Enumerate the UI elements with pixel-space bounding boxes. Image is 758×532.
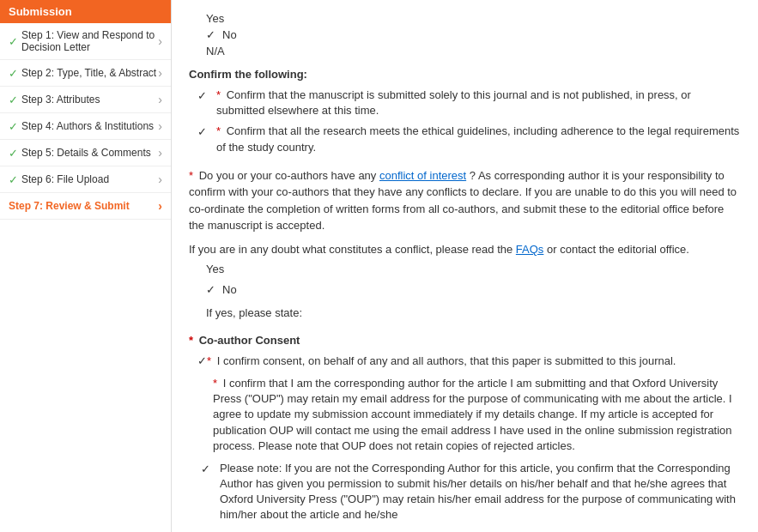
coauthor-consent-text: * I confirm consent, on behalf of any an… <box>207 354 676 369</box>
yes-label-1: Yes <box>206 12 224 25</box>
main-content: Yes ✓ No N/A Confirm the following: ✓ * … <box>172 0 758 532</box>
confirm-check-1: ✓ <box>197 88 209 104</box>
sidebar-item-label-step6: Step 6: File Upload <box>21 173 158 185</box>
check-mark-no1: ✓ <box>206 28 215 41</box>
sidebar-header: Submission <box>0 0 171 23</box>
yes-label-2: Yes <box>206 261 224 278</box>
yes-option-1[interactable]: Yes <box>206 12 741 25</box>
sub-consent-1: * I confirm that I am the corresponding … <box>213 376 741 454</box>
no-label-1: No <box>222 28 237 41</box>
conflict-note: If you are in any doubt what constitutes… <box>189 241 741 258</box>
sidebar-item-label-step2: Step 2: Type, Title, & Abstract <box>21 67 158 79</box>
check-icon-step1: ✓ <box>9 35 18 48</box>
arrow-icon-step1: › <box>158 34 162 48</box>
confirm-text-2: * Confirm that all the research meets th… <box>216 124 741 154</box>
coauthor-heading: * Co-author Consent <box>189 334 741 347</box>
no-option-1[interactable]: ✓ No <box>206 28 741 41</box>
confirm-section: Confirm the following: ✓ * Confirm that … <box>189 68 741 155</box>
required-star-sub1: * <box>213 377 217 390</box>
coauthor-section: * Co-author Consent ✓ * I confirm consen… <box>189 334 741 523</box>
arrow-icon-step2: › <box>158 66 162 80</box>
sidebar-item-label-step5: Step 5: Details & Comments <box>21 147 158 159</box>
sidebar: Submission ✓ Step 1: View and Respond to… <box>0 0 172 532</box>
required-star-conflict: * <box>189 169 193 182</box>
conflict-section: * Do you or your co-authors have any con… <box>189 167 741 322</box>
faqs-link[interactable]: FAQs <box>516 243 544 256</box>
coauthor-consent-check: ✓ <box>197 354 207 369</box>
na-option-1[interactable]: N/A <box>206 45 741 57</box>
sidebar-item-label-step7: Step 7: Review & Submit <box>9 200 158 212</box>
sidebar-item-step1[interactable]: ✓ Step 1: View and Respond to Decision L… <box>0 23 171 60</box>
conflict-link[interactable]: conflict of interest <box>379 169 466 182</box>
conflict-note-suffix: or contact the editorial office. <box>547 243 689 256</box>
check-icon-step3: ✓ <box>9 94 18 106</box>
confirm-heading: Confirm the following: <box>189 68 741 81</box>
yes-option-2[interactable]: Yes <box>206 261 741 278</box>
confirm-item-1: ✓ * Confirm that the manuscript is submi… <box>197 88 741 118</box>
sub-consent-2-text: Please note: If you are not the Correspo… <box>220 461 741 523</box>
conflict-note-prefix: If you are in any doubt what constitutes… <box>189 243 512 256</box>
confirm-text-1: * Confirm that the manuscript is submitt… <box>216 88 741 118</box>
if-yes-label: If yes, please state: <box>206 305 741 322</box>
sub-consent-2-check: ✓ <box>201 462 213 477</box>
arrow-icon-step3: › <box>158 93 162 106</box>
required-star-coauthor: * <box>189 334 193 347</box>
conflict-prefix: Do you or your co-authors have any <box>199 169 377 182</box>
arrow-icon-step4: › <box>158 119 162 133</box>
arrow-icon-step6: › <box>158 172 162 186</box>
no-label-2: No <box>222 281 237 299</box>
sidebar-item-step3[interactable]: ✓ Step 3: Attributes › <box>0 87 171 113</box>
check-icon-step6: ✓ <box>9 173 18 186</box>
arrow-icon-step5: › <box>158 146 162 160</box>
sidebar-item-label-step4: Step 4: Authors & Institutions <box>21 120 158 132</box>
coauthor-consent-item: ✓ * I confirm consent, on behalf of any … <box>197 354 741 369</box>
top-options-section: Yes ✓ No N/A <box>189 12 741 57</box>
no-option-2[interactable]: ✓ No <box>206 281 741 299</box>
check-icon-step5: ✓ <box>9 147 18 160</box>
check-icon-step2: ✓ <box>9 67 18 80</box>
confirm-check-2: ✓ <box>197 124 209 140</box>
na-label: N/A <box>206 45 225 57</box>
sidebar-item-step7[interactable]: Step 7: Review & Submit › <box>0 193 171 220</box>
confirm-item-2: ✓ * Confirm that all the research meets … <box>197 124 741 154</box>
sidebar-item-step4[interactable]: ✓ Step 4: Authors & Institutions › <box>0 113 171 140</box>
sidebar-item-label-step1: Step 1: View and Respond to Decision Let… <box>21 29 158 53</box>
required-star-coauthor-text: * <box>207 354 211 367</box>
sidebar-item-label-step3: Step 3: Attributes <box>21 94 158 106</box>
check-icon-step4: ✓ <box>9 120 18 133</box>
arrow-icon-step7: › <box>158 199 162 213</box>
sidebar-item-step5[interactable]: ✓ Step 5: Details & Comments › <box>0 140 171 166</box>
sidebar-item-step2[interactable]: ✓ Step 2: Type, Title, & Abstract › <box>0 60 171 87</box>
check-mark-no2: ✓ <box>206 281 215 299</box>
required-star-1: * <box>216 88 221 101</box>
conflict-question: * Do you or your co-authors have any con… <box>189 167 741 234</box>
sub-consent-2: ✓ Please note: If you are not the Corres… <box>201 461 741 523</box>
sidebar-item-step6[interactable]: ✓ Step 6: File Upload › <box>0 166 171 193</box>
required-star-2: * <box>216 124 221 137</box>
